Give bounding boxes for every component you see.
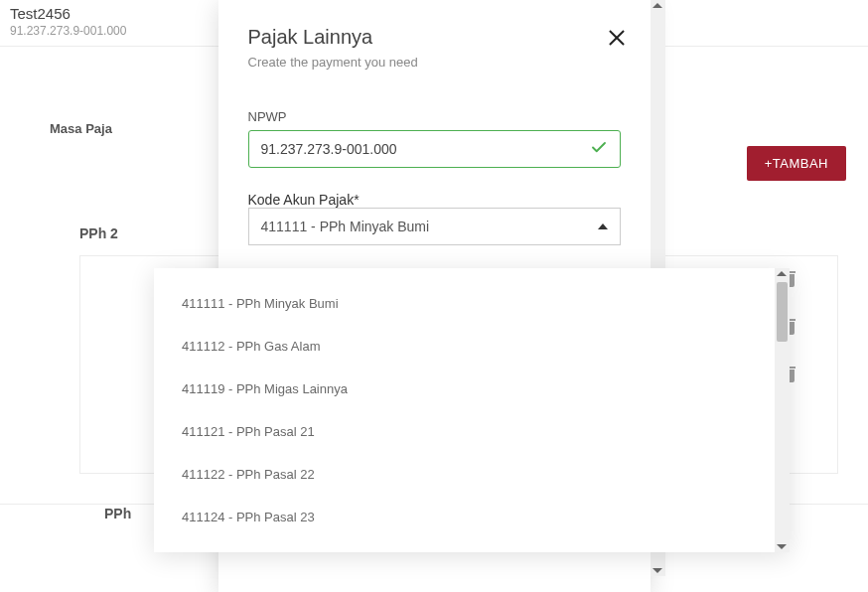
kode-akun-dropdown[interactable]: 411111 - PPh Minyak Bumi	[248, 208, 621, 245]
check-icon	[590, 139, 608, 160]
dropdown-selected: 411111 - PPh Minyak Bumi	[261, 219, 430, 234]
options-scrollbar[interactable]	[775, 268, 790, 552]
kode-akun-options: 411111 - PPh Minyak Bumi 411112 - PPh Ga…	[154, 268, 790, 552]
caret-up-icon	[598, 223, 608, 229]
tambah-label: TAMBAH	[773, 156, 828, 171]
option-item[interactable]: 411111 - PPh Minyak Bumi	[154, 282, 790, 325]
npwp-label: NPWP	[248, 109, 621, 124]
kode-akun-label: Kode Akun Pajak*	[248, 192, 360, 208]
option-item[interactable]: 411122 - PPh Pasal 22	[154, 453, 790, 496]
scroll-up-icon	[777, 271, 787, 276]
tambah-button[interactable]: +TAMBAH	[747, 146, 846, 181]
npwp-value: 91.237.273.9-001.000	[261, 141, 397, 157]
masa-pajak-label: Masa Paja	[50, 121, 112, 136]
scroll-thumb[interactable]	[777, 282, 788, 342]
npwp-input[interactable]: 91.237.273.9-001.000	[248, 130, 621, 168]
option-item[interactable]: 411119 - PPh Migas Lainnya	[154, 368, 790, 410]
option-item[interactable]: 411112 - PPh Gas Alam	[154, 325, 790, 368]
option-item[interactable]: 411124 - PPh Pasal 23	[154, 496, 790, 538]
modal-subtitle: Create the payment you need	[248, 55, 621, 70]
scroll-down-icon	[777, 544, 787, 549]
scroll-up-icon	[652, 3, 662, 8]
option-item[interactable]: 411121 - PPh Pasal 21	[154, 410, 790, 453]
plus-icon: +	[765, 156, 773, 171]
close-icon[interactable]	[605, 26, 629, 50]
modal-title: Pajak Lainnya	[248, 26, 621, 49]
section-pph-label: PPh 2	[79, 225, 118, 241]
scroll-down-icon	[652, 568, 662, 573]
section-pph2-label: PPh	[104, 506, 131, 521]
